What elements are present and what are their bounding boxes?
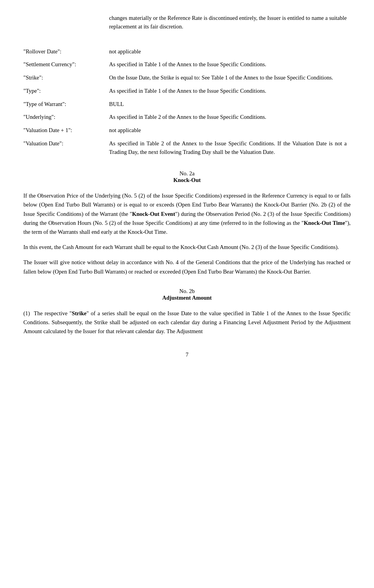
table-row: "Settlement Currency": As specified in T… [23, 58, 351, 71]
intro-label-empty [23, 12, 109, 34]
section-2a-paragraph-3: The Issuer will give notice without dela… [23, 258, 351, 276]
term-label: "Type of Warrant": [23, 98, 109, 111]
term-value: As specified in Table 1 of the Annex to … [109, 85, 351, 98]
page-container: changes materially or the Reference Rate… [23, 12, 351, 358]
section-2a-header: No. 2a Knock-Out [23, 170, 351, 184]
section-2b-header: No. 2b Adjustment Amount [23, 288, 351, 301]
term-value: not applicable [109, 124, 351, 137]
section-2b-number: No. 2b [23, 288, 351, 295]
table-row: "Valuation Date": As specified in Table … [23, 137, 351, 159]
term-label: "Type": [23, 85, 109, 98]
term-label: "Valuation Date": [23, 137, 109, 159]
section-2b-title: Adjustment Amount [23, 295, 351, 301]
section-2b-paragraph-1: (1) The respective "Strike" of a series … [23, 309, 351, 336]
section-2a-number: No. 2a [23, 170, 351, 177]
term-value: not applicable [109, 45, 351, 58]
section-2a-paragraph-1: If the Observation Price of the Underlyi… [23, 191, 351, 237]
term-label: "Settlement Currency": [23, 58, 109, 71]
table-row: "Strike": On the Issue Date, the Strike … [23, 71, 351, 85]
table-row: "Rollover Date": not applicable [23, 45, 351, 58]
section-2a-title: Knock-Out [23, 177, 351, 184]
term-value: As specified in Table 1 of the Annex to … [109, 58, 351, 71]
term-value: As specified in Table 2 of the Annex to … [109, 111, 351, 124]
term-value: On the Issue Date, the Strike is equal t… [109, 71, 351, 85]
page-number: 7 [23, 351, 351, 358]
intro-row: changes materially or the Reference Rate… [23, 12, 351, 34]
term-label: "Strike": [23, 71, 109, 85]
table-row: "Type": As specified in Table 1 of the A… [23, 85, 351, 98]
table-row: "Type of Warrant": BULL [23, 98, 351, 111]
intro-text: changes materially or the Reference Rate… [109, 12, 351, 34]
section-2a-paragraph-2: In this event, the Cash Amount for each … [23, 243, 351, 252]
strike-term: Strike [72, 310, 86, 316]
table-row: "Underlying": As specified in Table 2 of… [23, 111, 351, 124]
knockout-event-term: Knock-Out Event [132, 211, 175, 217]
table-row: "Valuation Date + 1": not applicable [23, 124, 351, 137]
term-value: As specified in Table 2 of the Annex to … [109, 137, 351, 159]
term-label: "Valuation Date + 1": [23, 124, 109, 137]
intro-table: changes materially or the Reference Rate… [23, 12, 351, 34]
term-value: BULL [109, 98, 351, 111]
terms-table: "Rollover Date": not applicable "Settlem… [23, 45, 351, 159]
term-label: "Rollover Date": [23, 45, 109, 58]
term-label: "Underlying": [23, 111, 109, 124]
knockout-time-term: Knock-Out Time [304, 220, 345, 226]
